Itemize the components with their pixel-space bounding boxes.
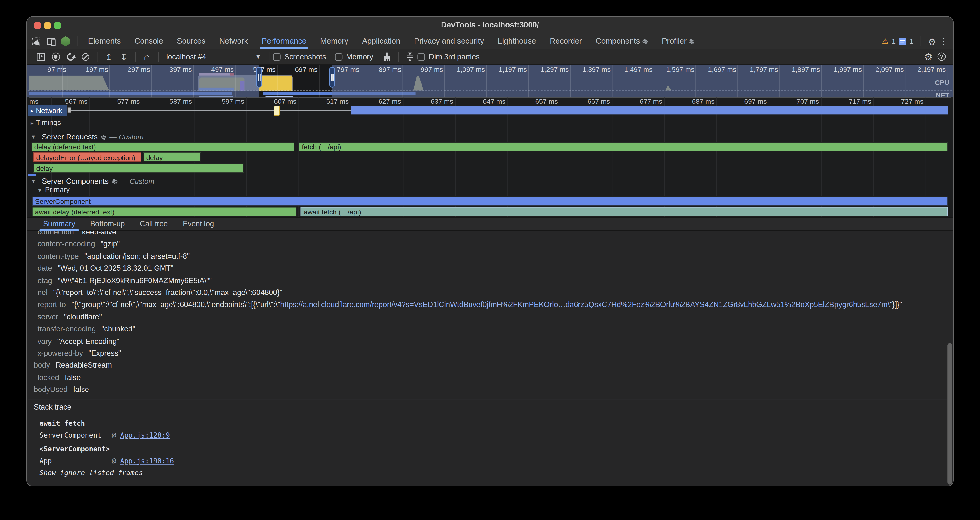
load-profile-icon[interactable]: ↥ xyxy=(101,50,116,64)
flame-bar-delay[interactable]: delay xyxy=(143,152,200,162)
settings-gear-icon[interactable]: ⚙ xyxy=(928,37,936,46)
tab-bottom-up[interactable]: Bottom-up xyxy=(83,217,132,231)
active-tab-indicator xyxy=(39,229,79,231)
memory-checkbox[interactable] xyxy=(335,53,342,60)
react-devtools-icon[interactable] xyxy=(58,35,73,48)
record-icon[interactable] xyxy=(48,50,63,64)
tab-privacy-security[interactable]: Privacy and security xyxy=(407,34,491,49)
flame-chart-area[interactable]: ms 567 ms 577 ms 587 ms 597 ms 607 ms 61… xyxy=(27,97,953,231)
ruler-tick: 667 ms xyxy=(565,97,610,105)
flame-bar-server-component[interactable]: ServerComponent xyxy=(32,196,948,206)
header-row: content-type"application/json; charset=u… xyxy=(38,250,190,262)
property-value: ReadableStream xyxy=(56,361,112,370)
garbage-collect-icon[interactable] xyxy=(379,50,394,64)
expand-arrow-icon[interactable]: ▸ xyxy=(30,107,33,114)
toolbar-divider xyxy=(97,52,98,62)
header-row: etag"W/\"4b1-RjEJloX9kRinu6F0MAZMmy6E5iA… xyxy=(38,275,212,286)
cpu-activity-shape xyxy=(259,76,292,91)
inspect-element-icon[interactable] xyxy=(28,35,43,48)
header-value: "Wed, 01 Oct 2025 18:32:01 GMT" xyxy=(57,264,173,272)
flame-bar-delay[interactable]: delay xyxy=(33,163,243,172)
header-key: etag xyxy=(38,276,52,285)
issues-icon[interactable] xyxy=(899,38,906,45)
report-to-link[interactable]: https://a.nel.cloudflare.com/report/v4?s… xyxy=(280,300,890,309)
tab-profiler[interactable]: Profiler xyxy=(655,34,702,49)
timings-track-label[interactable]: ▸Timings xyxy=(30,119,61,126)
timeline-minimap[interactable]: 97 ms 197 ms 297 ms 397 ms 497 ms 597 ms… xyxy=(27,65,953,98)
network-request-bar[interactable] xyxy=(351,106,948,114)
panel-settings-gear-icon[interactable]: ⚙ xyxy=(924,52,932,61)
ruler-tick: ms xyxy=(29,97,39,105)
throttling-icon[interactable] xyxy=(402,50,417,64)
save-profile-icon[interactable]: ↧ xyxy=(116,50,131,64)
tab-sources[interactable]: Sources xyxy=(170,34,212,49)
dim-3rd-parties-label[interactable]: Dim 3rd parties xyxy=(429,52,480,61)
source-link[interactable]: App.js:190:16 xyxy=(120,457,174,465)
tab-elements[interactable]: Elements xyxy=(81,34,127,49)
cpu-strip-label: CPU xyxy=(935,79,950,86)
section-divider xyxy=(28,399,947,400)
warning-icon[interactable]: ⚠ xyxy=(882,37,889,46)
network-grip[interactable] xyxy=(67,107,71,113)
ruler-tick: 597 ms xyxy=(199,97,244,105)
dim-3rd-parties-checkbox[interactable] xyxy=(417,53,425,60)
server-requests-header[interactable]: ▼ Server Requests — Custom xyxy=(30,132,143,141)
history-select[interactable]: localhost #4 ▼ xyxy=(162,52,265,61)
home-icon[interactable]: ⌂ xyxy=(139,50,154,64)
tab-performance[interactable]: Performance xyxy=(255,34,313,49)
selection-handle-right[interactable] xyxy=(329,67,335,87)
kebab-menu-icon[interactable]: ⋮ xyxy=(940,37,948,46)
screen: DevTools - localhost:3000/ Elements Cons… xyxy=(0,0,980,520)
stack-frame-function: App xyxy=(39,457,52,465)
flame-bar-await-fetch[interactable]: await fetch (…/api) xyxy=(301,207,948,216)
header-row-report-to: report-to "{\"group\":\"cf-nel\",\"max_a… xyxy=(38,299,902,311)
chevron-down-icon: ▼ xyxy=(255,53,261,60)
tab-network[interactable]: Network xyxy=(212,34,255,49)
collapse-arrow-icon[interactable]: ▼ xyxy=(30,178,36,184)
expand-arrow-icon[interactable]: ▸ xyxy=(30,120,33,126)
source-link[interactable]: App.js:128:9 xyxy=(120,431,170,439)
performance-toolbar: ↥ ↧ ⌂ localhost #4 ▼ Screenshots Memory xyxy=(27,49,953,65)
screenshots-label[interactable]: Screenshots xyxy=(284,52,326,61)
tab-recorder[interactable]: Recorder xyxy=(543,34,589,49)
property-row: bodyUsedfalse xyxy=(34,384,89,396)
server-components-header[interactable]: ▼ Server Components — Custom xyxy=(30,177,154,186)
tab-summary[interactable]: Summary xyxy=(36,217,83,231)
toggle-sidebar-icon[interactable] xyxy=(33,50,48,64)
memory-label[interactable]: Memory xyxy=(346,52,373,61)
device-toolbar-icon[interactable] xyxy=(43,35,58,48)
tab-memory[interactable]: Memory xyxy=(313,34,355,49)
help-icon[interactable]: ? xyxy=(937,52,946,61)
clear-icon[interactable] xyxy=(78,50,93,64)
flame-bar-await-delay[interactable]: await delay (deferred text) xyxy=(32,207,297,216)
show-ignore-listed-frames-link[interactable]: Show ignore-listed frames xyxy=(39,469,143,477)
flame-bar-delayed-error[interactable]: delayedError (…ayed exception) xyxy=(33,152,141,162)
flame-bar-delay-deferred[interactable]: delay (deferred text) xyxy=(31,142,294,151)
tab-call-tree[interactable]: Call tree xyxy=(132,217,175,231)
tab-lighthouse[interactable]: Lighthouse xyxy=(491,34,543,49)
reload-and-record-icon[interactable] xyxy=(63,50,78,64)
net-bar xyxy=(266,95,293,97)
network-request-marker[interactable] xyxy=(274,105,280,115)
header-row: content-encoding"gzip" xyxy=(38,238,120,250)
vertical-scrollbar[interactable] xyxy=(947,343,952,485)
minimap-tick: 1,097 ms xyxy=(447,65,485,73)
header-value: "gzip" xyxy=(100,240,119,248)
tab-components[interactable]: Components xyxy=(589,34,655,49)
primary-thread-label[interactable]: ▼Primary xyxy=(37,186,70,193)
tab-event-log[interactable]: Event log xyxy=(175,217,222,231)
collapse-arrow-icon[interactable]: ▼ xyxy=(37,187,43,193)
selection-handle-left[interactable] xyxy=(256,67,262,87)
tab-console[interactable]: Console xyxy=(127,34,170,49)
ruler-tick: 677 ms xyxy=(617,97,662,105)
network-track-label[interactable]: ▸ Network xyxy=(28,105,67,116)
collapse-arrow-icon[interactable]: ▼ xyxy=(30,134,36,140)
screenshots-checkbox[interactable] xyxy=(273,53,281,60)
tabbar-divider xyxy=(920,36,921,46)
ruler-tick: 587 ms xyxy=(147,97,192,105)
minimap-tick: 1,197 ms xyxy=(489,65,527,73)
bottom-tabbar: Summary Bottom-up Call tree Event log xyxy=(27,217,953,231)
tab-application[interactable]: Application xyxy=(355,34,407,49)
flame-bar-fetch-api[interactable]: fetch (…/api) xyxy=(299,142,947,151)
stack-frame-function: await fetch xyxy=(39,420,85,428)
